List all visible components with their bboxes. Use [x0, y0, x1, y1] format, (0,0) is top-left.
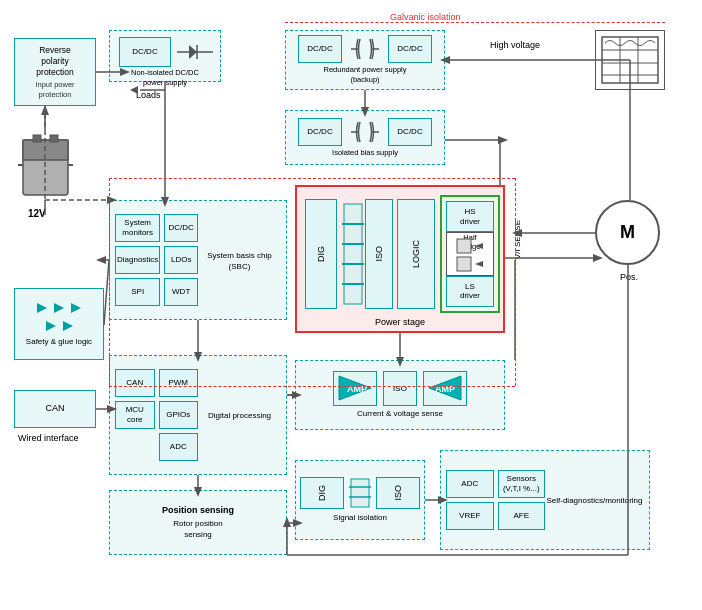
galvanic-line — [285, 22, 665, 23]
svg-marker-30 — [475, 261, 483, 267]
non-isolated-label: Non-isolated DC/DC power supply — [131, 68, 199, 88]
afe-sub: AFE — [498, 502, 546, 530]
digital-processing-block: CAN PWM MCU core GPIOs ADC Digital proce… — [109, 355, 287, 475]
red-dashed-right — [515, 178, 516, 386]
redundant-power-block: DC/DC DC/DC Redundant power supply (back… — [285, 30, 445, 90]
mcu-core-sub: MCU core — [115, 401, 155, 429]
adc-diag-sub: ADC — [446, 470, 494, 498]
power-stage-block: DIG ISO LOGIC HS driver — [295, 185, 505, 333]
sbc-block: System monitors DC/DC Diagnostics LDOs S… — [109, 200, 287, 320]
svg-rect-28 — [457, 257, 471, 271]
iso-sense-sub: ISO — [383, 371, 417, 406]
system-monitors-sub: System monitors — [115, 214, 160, 242]
wired-interface-label: Wired interface — [18, 433, 79, 443]
can-wired-block: CAN — [14, 390, 96, 428]
bias-label: Isolated bias supply — [332, 148, 398, 158]
current-voltage-block: AMP ISO AMP Current & voltage sense — [295, 360, 505, 430]
rotor-label: Rotor position sensing — [173, 519, 222, 540]
high-voltage-label: High voltage — [490, 40, 540, 50]
bias-dcdc2: DC/DC — [388, 118, 432, 146]
dcdc-sbc-sub: DC/DC — [164, 214, 198, 242]
safety-glue-label: Safety & glue logic — [26, 337, 92, 347]
pwm-sub: PWM — [159, 369, 199, 397]
driver-halfbridge-block: HS driver Half bridge LS driver — [440, 195, 500, 313]
svg-marker-31 — [37, 303, 47, 313]
logic-block: LOGIC — [397, 199, 435, 309]
position-sensing-block: Position sensing Rotor position sensing — [109, 490, 287, 555]
red-dashed-left — [109, 178, 110, 386]
svg-marker-89 — [593, 254, 603, 262]
pos-label: Pos. — [620, 272, 638, 282]
diagnostics-sub: Diagnostics — [115, 246, 160, 274]
svg-marker-34 — [46, 321, 56, 331]
galvanic-label: Galvanic isolation — [390, 12, 461, 22]
svg-marker-87 — [96, 256, 106, 264]
battery — [18, 130, 73, 200]
wdt-sub: WDT — [164, 278, 198, 306]
dig-sig-sub: DIG — [300, 477, 344, 509]
loads-label: Loads — [136, 90, 161, 100]
self-diagnostics-label: Self-diagnostics/monitoring — [545, 496, 644, 506]
iso-block: ISO — [365, 199, 393, 309]
digital-processing-label: Digital processing — [198, 411, 281, 421]
svg-marker-44 — [41, 105, 49, 115]
ls-driver-block: LS driver — [446, 276, 494, 307]
self-diagnostics-block: ADC Sensors (V,T,I %...) VREF AFE Self-d… — [440, 450, 650, 550]
sbc-label: System basis chip (SBC) — [198, 251, 281, 272]
motor-label: M — [620, 222, 635, 243]
reverse-polarity-label: Reverse polarity protection — [36, 45, 73, 78]
power-stage-label: Power stage — [297, 317, 503, 327]
svg-marker-10 — [189, 45, 197, 59]
svg-marker-61 — [498, 136, 508, 144]
signal-isolation-label: Signal isolation — [333, 513, 387, 523]
isolated-bias-block: DC/DC DC/DC Isolated bias supply — [285, 110, 445, 165]
amp1-sub: AMP — [333, 371, 377, 406]
position-sensing-label: Position sensing — [162, 505, 234, 517]
svg-marker-29 — [475, 243, 483, 249]
half-bridge-block: Half bridge — [446, 232, 494, 275]
svg-rect-40 — [351, 479, 369, 507]
dig-block: DIG — [305, 199, 337, 309]
svg-rect-1 — [23, 140, 68, 160]
redundant-dcdc2: DC/DC — [388, 35, 432, 63]
signal-isolation-block: DIG ISO Signal isolation — [295, 460, 425, 540]
hv-grid — [595, 30, 665, 90]
ldos-sub: LDOs — [164, 246, 198, 274]
iso-pipes — [342, 199, 364, 309]
spi-sub: SPI — [115, 278, 160, 306]
can-sub: CAN — [115, 369, 155, 397]
reverse-polarity-block: Reverse polarity protection Input power … — [14, 38, 96, 106]
safety-glue-block: Safety & glue logic — [14, 288, 104, 360]
grid-svg — [600, 35, 660, 85]
svg-rect-3 — [50, 135, 58, 142]
redundant-dcdc1: DC/DC — [298, 35, 342, 63]
red-dashed-bottom — [109, 386, 515, 387]
svg-marker-35 — [63, 321, 73, 331]
sensors-sub: Sensors (V,T,I %...) — [498, 470, 546, 498]
bias-dcdc1: DC/DC — [298, 118, 342, 146]
dcdc-sub: DC/DC — [119, 37, 171, 67]
iso-sig-sub: ISO — [376, 477, 420, 509]
adc-sub: ADC — [159, 433, 199, 461]
amp2-sub: AMP — [423, 371, 467, 406]
gpios-sub: GPIOs — [159, 401, 199, 429]
diagram: 12V Reverse polarity protection Input po… — [0, 0, 702, 610]
red-dashed-top — [109, 178, 515, 179]
svg-rect-2 — [33, 135, 41, 142]
svg-marker-32 — [54, 303, 64, 313]
svg-rect-22 — [344, 204, 362, 304]
non-isolated-block: DC/DC Non-isolated DC/DC power supply — [109, 30, 221, 82]
current-voltage-label: Current & voltage sense — [357, 409, 443, 419]
diode-sub — [175, 37, 215, 67]
svg-rect-27 — [457, 239, 471, 253]
svg-rect-14 — [602, 37, 658, 83]
redundant-label: Redundant power supply (backup) — [324, 65, 407, 85]
can-wired-label: CAN — [45, 403, 64, 415]
transformer2 — [350, 118, 380, 146]
motor-circle: M — [595, 200, 660, 265]
iso-pipes-sig — [349, 477, 371, 509]
svg-marker-33 — [71, 303, 81, 313]
transformer1 — [350, 35, 380, 63]
hs-driver-block: HS driver — [446, 201, 494, 232]
vref-sub: VREF — [446, 502, 494, 530]
